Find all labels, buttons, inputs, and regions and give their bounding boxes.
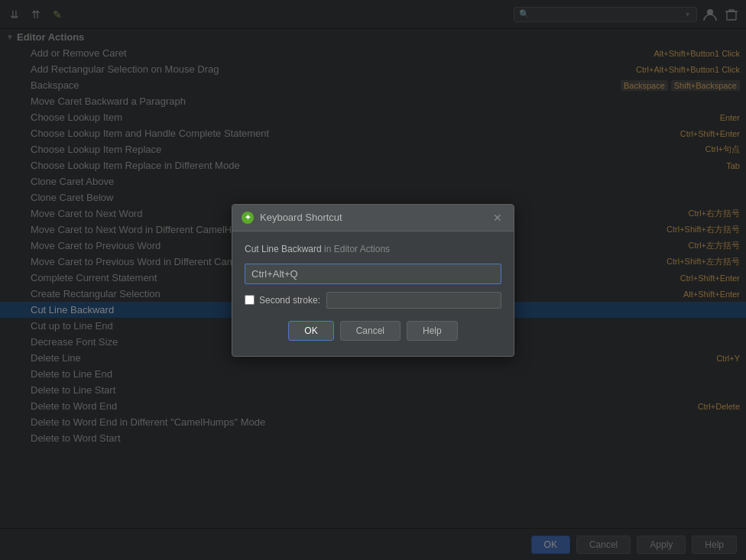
modal-subtitle-category: Editor Actions [334, 244, 390, 254]
shortcut-input[interactable] [245, 264, 501, 284]
modal-overlay: ✦ Keyboard Shortcut ✕ Cut Line Backward … [0, 0, 746, 560]
modal-title: Keyboard Shortcut [260, 212, 491, 223]
modal-subtitle: Cut Line Backward in Editor Actions [245, 244, 501, 254]
modal-buttons: OK Cancel Help [245, 321, 501, 344]
modal-title-bar: ✦ Keyboard Shortcut ✕ [232, 205, 514, 231]
keyboard-shortcut-modal: ✦ Keyboard Shortcut ✕ Cut Line Backward … [232, 204, 514, 357]
modal-ok-button[interactable]: OK [288, 321, 333, 341]
modal-help-button[interactable]: Help [407, 321, 458, 341]
modal-app-icon: ✦ [242, 212, 254, 224]
modal-subtitle-action: Cut Line Backward [245, 244, 322, 254]
second-stroke-row: Second stroke: [245, 292, 501, 309]
second-stroke-input[interactable] [326, 292, 501, 309]
modal-body: Cut Line Backward in Editor Actions Seco… [232, 231, 514, 356]
second-stroke-checkbox[interactable] [245, 295, 255, 305]
modal-close-button[interactable]: ✕ [491, 211, 504, 225]
second-stroke-label: Second stroke: [259, 295, 320, 306]
second-stroke-checkbox-wrapper: Second stroke: [245, 295, 320, 306]
modal-subtitle-connector: in [324, 244, 334, 254]
modal-cancel-button[interactable]: Cancel [340, 321, 401, 341]
